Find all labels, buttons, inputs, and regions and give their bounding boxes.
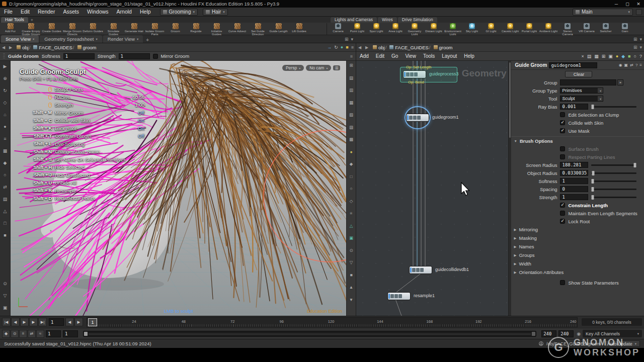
pathbar-icon[interactable]: → [327, 45, 332, 50]
main-desktop-combo[interactable]: Main ▾ [573, 9, 633, 16]
display-option-icon[interactable]: ◆ [348, 160, 355, 167]
network-toolbar-icon[interactable]: ■ [628, 54, 630, 59]
pathbar-icon[interactable]: ● [341, 45, 343, 50]
viewport-tool-icon[interactable]: ≡ [1, 135, 9, 143]
shelf-tool[interactable]: Caustic Light [501, 23, 520, 35]
shelf-tool[interactable]: Stereo Camera [558, 23, 577, 35]
param-checkbox[interactable] [560, 211, 565, 216]
param-checkbox[interactable] [560, 219, 565, 224]
shelf-tool[interactable]: GI Light [481, 23, 501, 35]
param-slider[interactable] [591, 172, 636, 174]
display-option-icon[interactable]: ▥ [348, 86, 355, 94]
param-select[interactable]: Primitives▾ [560, 87, 603, 94]
slider-handle[interactable] [592, 195, 594, 200]
playback-range-slider[interactable] [83, 331, 536, 337]
key-all-channels-button[interactable]: Key All Channels▾ [583, 330, 642, 337]
shelf-tab-hair-tools[interactable]: Hair Tools [1, 17, 28, 23]
display-option-icon[interactable]: ○ [348, 185, 355, 192]
network-canvas[interactable]: Geometry Op: Set Length guideprocess [356, 61, 508, 316]
viewport-tool-icon[interactable]: ↻ [1, 86, 9, 95]
slider-handle[interactable] [592, 171, 595, 175]
shelf-tool[interactable]: Deform Guides [83, 23, 103, 35]
current-frame-field[interactable]: 1 [49, 318, 64, 326]
menu-item[interactable]: File [0, 8, 17, 16]
slider-handle[interactable] [592, 187, 594, 192]
display-option-icon[interactable]: ● [348, 148, 355, 155]
param-section-collapsed[interactable]: ▶ Groups [509, 251, 644, 259]
transport-button[interactable]: ▶ [20, 318, 29, 326]
display-option-icon[interactable]: ≡ [348, 210, 355, 217]
pane-menu-icon[interactable]: ▾ [639, 45, 642, 50]
forward-icon[interactable]: ▶ [363, 45, 370, 50]
node-flag[interactable] [410, 267, 412, 273]
display-option-icon[interactable]: △ [348, 222, 355, 229]
strength-field[interactable]: 1 [119, 53, 150, 59]
shelf-tool[interactable]: Create Guides [41, 23, 62, 35]
pane-split-icon[interactable]: ⊞ [633, 45, 637, 50]
shelf-tool[interactable]: Camera [329, 23, 348, 35]
network-menu-item[interactable]: Tools [420, 52, 438, 60]
param-header-icon[interactable]: ≡ [639, 63, 642, 67]
pane-menu-icon[interactable]: ▾ [639, 37, 642, 42]
menu-item[interactable]: Windows [83, 8, 113, 16]
shelf-tool[interactable]: Sky Light [462, 23, 481, 35]
node-flag[interactable] [388, 294, 390, 299]
display-option-icon[interactable]: ▽ [348, 259, 355, 266]
shelf-tool[interactable]: Lift Guides [289, 23, 309, 35]
viewport-tool-icon[interactable]: ● [1, 123, 9, 131]
pane-menu-icon[interactable]: ▾ [351, 37, 353, 42]
grooming-desktop-combo[interactable]: Grooming ▾ [160, 9, 198, 16]
transport-button[interactable]: ▶| [38, 318, 47, 326]
param-slider[interactable] [591, 189, 636, 190]
toolbar-menu-icon[interactable]: ≡ [350, 54, 353, 59]
shelf-tool[interactable]: VR Camera [577, 23, 596, 35]
breadcrumb-face-guides[interactable]: FACE_GUIDES [395, 45, 429, 50]
param-value-field[interactable]: 0 [560, 186, 588, 192]
display-option-icon[interactable]: ◇ [348, 198, 355, 205]
viewport-tool-icon[interactable]: □ [1, 219, 9, 227]
hair-shelf-combo[interactable]: Hair ▾ [203, 9, 228, 16]
display-option-icon[interactable]: ▩ [348, 136, 355, 143]
param-checkbox[interactable] [560, 120, 565, 125]
param-node-name-field[interactable]: guidegroom1 [549, 62, 597, 68]
playback-settings-icon[interactable]: ◉ [577, 331, 581, 336]
network-menu-item[interactable]: Add [356, 52, 372, 60]
menu-item[interactable]: Assets [59, 8, 83, 16]
pane-maximize-icon[interactable]: ⊞ [633, 37, 637, 42]
display-option-icon[interactable]: ▧ [348, 111, 355, 118]
viewport-tool-icon[interactable]: ○ [1, 171, 9, 179]
shelf-tool[interactable]: Distant Light [424, 23, 443, 35]
minimize-button[interactable]: ─ [611, 2, 622, 7]
shelf-tool[interactable]: Geometry Light [405, 23, 424, 35]
network-node[interactable]: guidecollidevdb1 [409, 266, 432, 274]
range-handle-left[interactable] [84, 332, 88, 336]
forward-icon[interactable]: ▶ [7, 45, 14, 50]
param-header-icon[interactable]: ▣ [624, 63, 628, 67]
param-value-field[interactable]: 0.0330035 [560, 170, 588, 176]
shelf-tool[interactable]: Portal Light [520, 23, 539, 35]
maximize-button[interactable]: ◻ [622, 2, 633, 7]
shelf-tool[interactable]: Set Guide Direction [248, 23, 268, 35]
no-cam-selector[interactable]: No cam▾ [306, 65, 331, 71]
network-node[interactable]: Op: Set Length guideprocess3 Op: Bend [403, 70, 426, 78]
param-value-field[interactable]: 1 [560, 178, 588, 184]
key-step-button[interactable]: ◀ [65, 318, 74, 326]
network-toolbar-icon[interactable]: ? [639, 54, 642, 59]
viewport-tool-icon[interactable]: ⇄ [1, 183, 9, 191]
display-option-icon[interactable]: ▲ [348, 284, 355, 291]
transport-button[interactable]: ◀ [11, 318, 20, 326]
shelf-tool[interactable]: Generate Hair [124, 23, 144, 35]
shelf-tool[interactable]: Initialize Guides [206, 23, 227, 35]
breadcrumb-face-guides[interactable]: FACE_GUIDES [39, 45, 72, 50]
param-checkbox[interactable] [560, 203, 565, 208]
pathbar-icon[interactable]: ■ [346, 45, 348, 50]
menu-item[interactable]: Arnold [113, 8, 136, 16]
display-option-icon[interactable]: ⊙ [348, 247, 355, 254]
node-label[interactable]: resample1 [414, 293, 435, 298]
shelf-tool[interactable]: Switcher [596, 23, 615, 35]
breadcrumb-obj[interactable]: obj [22, 45, 29, 50]
viewport-tool-icon[interactable]: ▽ [1, 292, 9, 300]
display-option-icon[interactable]: ▣ [348, 234, 355, 241]
shelf-tool[interactable]: Area Light [386, 23, 405, 35]
network-toolbar-icon[interactable]: ○ [634, 54, 636, 59]
